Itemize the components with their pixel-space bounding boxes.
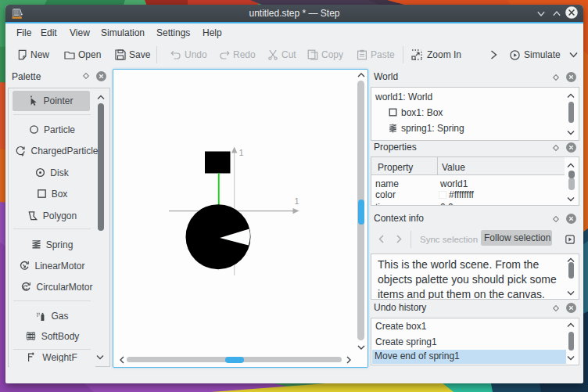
svg-text:1: 1 <box>239 148 244 157</box>
svg-text:1: 1 <box>295 196 299 206</box>
